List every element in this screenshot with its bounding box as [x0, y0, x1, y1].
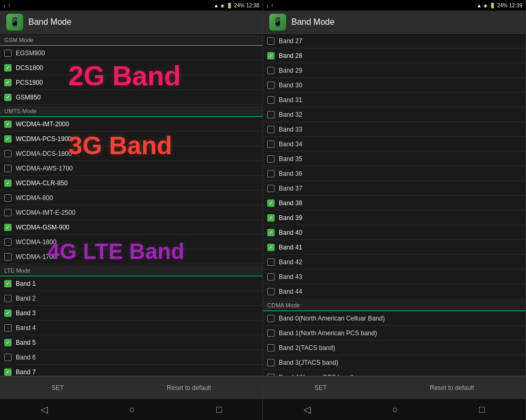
- list-item[interactable]: Band 43: [263, 269, 525, 284]
- list-item[interactable]: ✓ Band 41: [263, 240, 525, 255]
- checkbox-band44[interactable]: [267, 288, 275, 295]
- list-item[interactable]: Band 29: [263, 63, 525, 78]
- list-item[interactable]: ✓ GSM850: [0, 90, 262, 105]
- list-item[interactable]: Band 0(North American Celluar Band): [263, 311, 525, 326]
- checkbox-band1[interactable]: ✓: [4, 280, 12, 287]
- checkbox-band29[interactable]: [267, 67, 275, 74]
- checkbox-band31[interactable]: [267, 96, 275, 104]
- recents-icon-right[interactable]: □: [475, 400, 489, 419]
- checkbox-band2[interactable]: [4, 295, 12, 302]
- checkbox-wcdma-imt2000[interactable]: ✓: [4, 121, 12, 128]
- checkbox-wcdma-imte2500[interactable]: [4, 209, 12, 216]
- content-right[interactable]: Band 27 ✓ Band 28 Band 29 Band 30 Band 3…: [263, 34, 525, 376]
- list-item[interactable]: ✓ Band 1: [0, 276, 262, 291]
- list-item[interactable]: ✓ Band 3: [0, 306, 262, 321]
- list-item[interactable]: Band 37: [263, 181, 525, 196]
- checkbox-band30[interactable]: [267, 82, 275, 89]
- list-item[interactable]: Band 30: [263, 78, 525, 93]
- checkbox-wcdma-800[interactable]: [4, 194, 12, 202]
- checkbox-wcdma-gsm900[interactable]: ✓: [4, 224, 12, 231]
- list-item[interactable]: ✓ DCS1800: [0, 61, 262, 75]
- checkbox-band33[interactable]: [267, 126, 275, 133]
- checkbox-band3[interactable]: ✓: [4, 309, 12, 317]
- back-icon-right[interactable]: ◁: [299, 399, 315, 419]
- set-button-right[interactable]: SET: [302, 380, 339, 396]
- checkbox-wcdma-clr850[interactable]: ✓: [4, 179, 12, 187]
- list-item[interactable]: WCDMA-800: [0, 191, 262, 205]
- list-item[interactable]: ✓ Band 7: [0, 365, 262, 376]
- home-icon-right[interactable]: ○: [388, 400, 402, 419]
- checkbox-cdma-band2[interactable]: [267, 344, 275, 352]
- list-item[interactable]: Band 27: [263, 34, 525, 48]
- reset-button-right[interactable]: Reset to default: [417, 380, 487, 396]
- checkbox-band28[interactable]: ✓: [267, 52, 275, 59]
- list-item[interactable]: Band 2: [0, 291, 262, 306]
- checkbox-cdma-band1[interactable]: [267, 329, 275, 337]
- list-item[interactable]: Band 6: [0, 350, 262, 365]
- checkbox-band27[interactable]: [267, 37, 275, 45]
- list-item[interactable]: WCDMA-AWS-1700: [0, 161, 262, 176]
- checkbox-band38[interactable]: ✓: [267, 199, 275, 207]
- list-item[interactable]: ✓ Band 40: [263, 225, 525, 240]
- list-item[interactable]: Band 32: [263, 107, 525, 122]
- list-item[interactable]: Band 44: [263, 284, 525, 299]
- checkbox-cdma-band0[interactable]: [267, 315, 275, 322]
- reset-button-left[interactable]: Reset to default: [154, 380, 224, 396]
- list-item[interactable]: Band 42: [263, 255, 525, 269]
- checkbox-wcdma-1700[interactable]: [4, 253, 12, 261]
- checkbox-band6[interactable]: [4, 354, 12, 361]
- checkbox-band43[interactable]: [267, 273, 275, 281]
- checkbox-egsm900[interactable]: [4, 49, 12, 57]
- list-item[interactable]: WCDMA-1700: [0, 249, 262, 264]
- checkbox-band41[interactable]: ✓: [267, 244, 275, 251]
- set-button-left[interactable]: SET: [39, 380, 76, 396]
- content-left[interactable]: GSM Mode EGSM900 ✓ DCS1800 ✓ PCS1900 ✓ G…: [0, 34, 262, 376]
- list-item[interactable]: Band 4(Korean PCS band): [263, 370, 525, 376]
- list-item[interactable]: ✓ Band 28: [263, 48, 525, 63]
- checkbox-band39[interactable]: ✓: [267, 214, 275, 222]
- list-item[interactable]: Band 31: [263, 93, 525, 107]
- list-item[interactable]: Band 1(North American PCS band): [263, 326, 525, 341]
- checkbox-wcdma-1800[interactable]: [4, 238, 12, 246]
- list-item[interactable]: WCDMA-IMT-E-2500: [0, 205, 262, 220]
- checkbox-band4[interactable]: [4, 324, 12, 332]
- checkbox-band40[interactable]: ✓: [267, 229, 275, 236]
- checkbox-wcdma-pcs1900[interactable]: ✓: [4, 135, 12, 143]
- checkbox-cdma-band3[interactable]: [267, 359, 275, 366]
- list-item[interactable]: WCDMA-1800: [0, 235, 262, 249]
- list-item[interactable]: Band 35: [263, 152, 525, 166]
- list-item[interactable]: ✓ Band 38: [263, 196, 525, 211]
- list-item[interactable]: Band 4: [0, 321, 262, 335]
- list-item[interactable]: Band 34: [263, 137, 525, 152]
- list-item[interactable]: ✓ WCDMA-GSM-900: [0, 220, 262, 235]
- list-item[interactable]: ✓ Band 5: [0, 335, 262, 350]
- list-item[interactable]: ✓ WCDMA-CLR-850: [0, 176, 262, 191]
- list-item[interactable]: WCDMA-DCS-1800: [0, 146, 262, 161]
- checkbox-dcs1800[interactable]: ✓: [4, 64, 12, 72]
- list-item[interactable]: Band 36: [263, 166, 525, 181]
- checkbox-band5[interactable]: ✓: [4, 339, 12, 346]
- checkbox-band32[interactable]: [267, 111, 275, 118]
- checkbox-wcdma-dcs1800[interactable]: [4, 150, 12, 157]
- list-item[interactable]: Band 3(JTACS band): [263, 355, 525, 370]
- checkbox-wcdma-aws1700[interactable]: [4, 165, 12, 172]
- checkbox-band34[interactable]: [267, 141, 275, 148]
- recents-icon-left[interactable]: □: [212, 400, 226, 419]
- checkbox-band35[interactable]: [267, 155, 275, 163]
- list-item[interactable]: ✓ WCDMA-IMT-2000: [0, 117, 262, 132]
- list-item[interactable]: EGSM900: [0, 46, 262, 61]
- list-item[interactable]: Band 33: [263, 122, 525, 137]
- checkbox-cdma-band4[interactable]: [267, 374, 275, 376]
- checkbox-band42[interactable]: [267, 258, 275, 266]
- list-item[interactable]: Band 2(TACS band): [263, 341, 525, 355]
- checkbox-band36[interactable]: [267, 170, 275, 177]
- home-icon-left[interactable]: ○: [125, 400, 139, 419]
- checkbox-pcs1900[interactable]: ✓: [4, 79, 12, 86]
- checkbox-band37[interactable]: [267, 185, 275, 192]
- checkbox-gsm850[interactable]: ✓: [4, 94, 12, 101]
- list-item[interactable]: ✓ PCS1900: [0, 75, 262, 90]
- checkbox-band7[interactable]: ✓: [4, 368, 12, 376]
- list-item[interactable]: ✓ WCDMA-PCS-1900: [0, 132, 262, 146]
- back-icon-left[interactable]: ◁: [36, 399, 52, 419]
- list-item[interactable]: ✓ Band 39: [263, 211, 525, 225]
